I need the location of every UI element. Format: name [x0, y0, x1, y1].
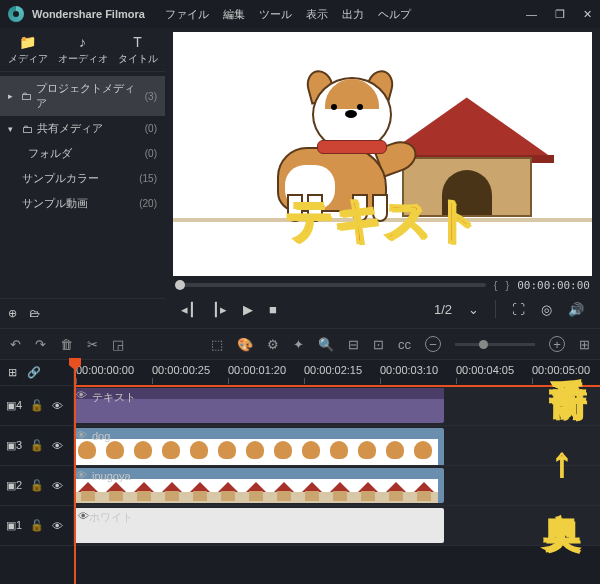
clip-dog[interactable]: 👁dog — [74, 428, 444, 465]
stop-icon[interactable]: ■ — [269, 302, 277, 317]
mark-in-icon[interactable]: { — [494, 279, 498, 291]
eye-icon: 👁 — [76, 389, 87, 401]
clip-white[interactable]: 👁 ホワイト — [74, 508, 444, 543]
tab-audio[interactable]: ♪オーディオ — [55, 28, 110, 71]
track-3: ▣3🔓👁 👁dog — [0, 426, 600, 466]
caption-icon[interactable]: cc — [398, 337, 411, 352]
sidebar-footer: ⊕ 🗁 — [0, 298, 165, 328]
clip-doghouse[interactable]: 👁inugoya — [74, 468, 444, 503]
eye-icon: 👁 — [76, 469, 87, 481]
effects-icon[interactable]: ✦ — [293, 337, 304, 352]
zoom-out-icon[interactable]: − — [425, 336, 441, 352]
eye-icon[interactable]: 👁 — [52, 520, 63, 532]
media-tree: ▸🗀プロジェクトメディア(3) ▾🗀共有メディア(0) フォルダ(0) サンプル… — [0, 72, 165, 220]
annotation-back: 奥 — [544, 510, 580, 559]
track-4: ▣4🔓👁 👁テキスト — [0, 386, 600, 426]
snapshot-icon[interactable]: ◎ — [541, 302, 552, 317]
tool-a-icon[interactable]: ⬚ — [211, 337, 223, 352]
tree-sample-video[interactable]: サンプル動画(20) — [0, 191, 165, 216]
menu-bar: ファイル 編集 ツール 表示 出力 ヘルプ — [165, 7, 411, 22]
redo-icon[interactable]: ↷ — [35, 337, 46, 352]
eye-icon: 👁 — [76, 429, 87, 441]
folder-icon: 🗀 — [21, 90, 32, 102]
tool-f-icon[interactable]: ⊟ — [348, 337, 359, 352]
search-icon[interactable]: 🔍 — [318, 337, 334, 352]
track-1: ▣1🔓👁 👁 ホワイト — [0, 506, 600, 546]
preview-viewport[interactable]: テキスト — [173, 32, 592, 276]
scrub-thumb[interactable] — [175, 280, 185, 290]
lock-icon[interactable]: 🔓 — [30, 399, 44, 412]
menu-output[interactable]: 出力 — [342, 7, 364, 22]
minimize-icon[interactable]: — — [526, 8, 537, 21]
timeline-header-left: ⊞ 🔗 — [0, 360, 74, 385]
tree-sample-color[interactable]: サンプルカラー(15) — [0, 166, 165, 191]
split-icon[interactable]: ✂ — [87, 337, 98, 352]
transport-bar: ◂┃ ┃▸ ▶ ■ 1/2 ⌄ ⛶ ◎ 🔊 — [173, 294, 592, 324]
track-head-3[interactable]: ▣3🔓👁 — [0, 426, 74, 465]
menu-file[interactable]: ファイル — [165, 7, 209, 22]
volume-icon[interactable]: 🔊 — [568, 302, 584, 317]
crop-icon[interactable]: ◲ — [112, 337, 124, 352]
menu-edit[interactable]: 編集 — [223, 7, 245, 22]
track-manage-icon[interactable]: ⊞ — [8, 366, 17, 379]
eye-icon[interactable]: 👁 — [52, 440, 63, 452]
tab-media[interactable]: 📁メディア — [0, 28, 55, 71]
annotation-front: 手前 — [543, 350, 592, 358]
title-bar: Wondershare Filmora ファイル 編集 ツール 表示 出力 ヘル… — [0, 0, 600, 28]
app-logo-icon — [8, 6, 24, 22]
timecode: 00:00:00:00 — [517, 279, 590, 292]
timeline: ⊞ 🔗 00:00:00:00 00:00:00:25 00:00:01:20 … — [0, 360, 600, 584]
playhead[interactable] — [74, 360, 76, 584]
sidebar-tabs: 📁メディア ♪オーディオ Tタイトル — [0, 28, 165, 72]
tree-shared-media[interactable]: ▾🗀共有メディア(0) — [0, 116, 165, 141]
close-icon[interactable]: ✕ — [583, 8, 592, 21]
zoom-slider[interactable] — [455, 343, 535, 346]
fullscreen-icon[interactable]: ⛶ — [512, 302, 525, 317]
tab-title[interactable]: Tタイトル — [110, 28, 165, 71]
eye-icon[interactable]: 👁 — [52, 400, 63, 412]
mark-out-icon[interactable]: } — [505, 279, 509, 291]
folder-icon: 📁 — [19, 34, 36, 50]
color-icon[interactable]: 🎨 — [237, 337, 253, 352]
track-head-1[interactable]: ▣1🔓👁 — [0, 506, 74, 545]
scrub-track[interactable] — [175, 283, 486, 287]
audio-icon: ♪ — [79, 34, 86, 50]
tree-folder[interactable]: フォルダ(0) — [0, 141, 165, 166]
track-head-4[interactable]: ▣4🔓👁 — [0, 386, 74, 425]
menu-tools[interactable]: ツール — [259, 7, 292, 22]
preview-panel: テキスト { } 00:00:00:00 ◂┃ ┃▸ ▶ ■ 1/2 ⌄ ⛶ ◎… — [165, 28, 600, 328]
lock-icon[interactable]: 🔓 — [30, 479, 44, 492]
timeline-toolbar: ↶ ↷ 🗑 ✂ ◲ ⬚ 🎨 ⚙ ✦ 🔍 ⊟ ⊡ cc − + ⊞ — [0, 328, 600, 360]
text-icon: T — [133, 34, 142, 50]
maximize-icon[interactable]: ❐ — [555, 8, 565, 21]
folder-icon: 🗀 — [22, 123, 33, 135]
undo-icon[interactable]: ↶ — [10, 337, 21, 352]
render-line — [74, 385, 600, 387]
scrub-bar: { } 00:00:00:00 — [173, 276, 592, 294]
lock-icon[interactable]: 🔓 — [30, 439, 44, 452]
add-folder-icon[interactable]: ⊕ — [8, 307, 17, 320]
clip-text[interactable]: 👁テキスト — [74, 388, 444, 423]
chevron-down-icon[interactable]: ⌄ — [468, 302, 479, 317]
track-head-2[interactable]: ▣2🔓👁 — [0, 466, 74, 505]
open-folder-icon[interactable]: 🗁 — [29, 307, 40, 320]
lock-icon[interactable]: 🔓 — [30, 519, 44, 532]
preview-quality[interactable]: 1/2 — [434, 302, 452, 317]
app-title: Wondershare Filmora — [32, 8, 145, 20]
delete-icon[interactable]: 🗑 — [60, 337, 73, 352]
annotation-arrow-icon: ↑ — [552, 440, 572, 485]
tree-project-media[interactable]: ▸🗀プロジェクトメディア(3) — [0, 76, 165, 116]
timeline-ruler[interactable]: 00:00:00:00 00:00:00:25 00:00:01:20 00:0… — [74, 360, 600, 385]
track-2: ▣2🔓👁 👁inugoya — [0, 466, 600, 506]
next-frame-icon[interactable]: ┃▸ — [212, 302, 227, 317]
tool-g-icon[interactable]: ⊡ — [373, 337, 384, 352]
settings-icon[interactable]: ⚙ — [267, 337, 279, 352]
prev-frame-icon[interactable]: ◂┃ — [181, 302, 196, 317]
play-icon[interactable]: ▶ — [243, 302, 253, 317]
link-icon[interactable]: 🔗 — [27, 366, 41, 379]
menu-view[interactable]: 表示 — [306, 7, 328, 22]
sidebar: 📁メディア ♪オーディオ Tタイトル ▸🗀プロジェクトメディア(3) ▾🗀共有メ… — [0, 28, 165, 328]
menu-help[interactable]: ヘルプ — [378, 7, 411, 22]
preview-text-overlay: テキスト — [285, 188, 481, 252]
eye-icon[interactable]: 👁 — [52, 480, 63, 492]
